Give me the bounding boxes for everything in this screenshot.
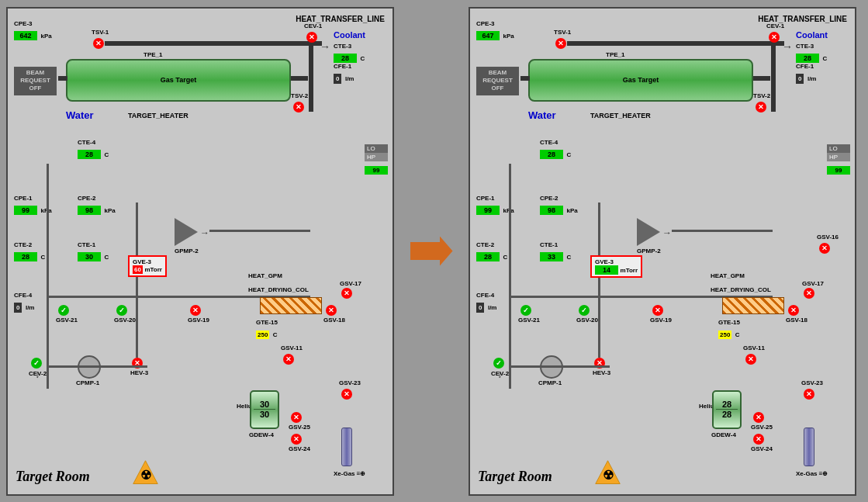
gve3-left-value: 60 xyxy=(133,265,143,274)
gsv20-right[interactable]: ✓ xyxy=(579,305,590,316)
gpmp2-right-group: GPMP-2 xyxy=(637,218,661,254)
gsv25-left[interactable]: ✕ xyxy=(291,412,302,423)
target-heater-right-label: TARGET_HEATER xyxy=(590,112,651,119)
tsv1-left[interactable]: ✕ xyxy=(93,38,104,49)
gsv23-right-label: GSV-23 xyxy=(801,379,823,386)
right-panel: HEAT_TRANSFER_LINE CPE-3 647 kPa ✕ TSV-1… xyxy=(469,7,856,496)
cte2-right-group: CTE-2 28 C xyxy=(476,241,507,262)
cev1-right[interactable]: ✕ xyxy=(769,32,780,43)
cte4-left-group: CTE-4 28 C xyxy=(78,139,109,160)
cev1-left-label: CEV-1 xyxy=(304,23,322,29)
coolant-right-label: Coolant xyxy=(796,30,828,40)
cev2-left[interactable]: ✓ xyxy=(31,358,42,369)
gsv23-left[interactable]: ✕ xyxy=(341,389,352,400)
cpe2-right-group: CPE-2 98 kPa xyxy=(540,195,578,216)
cpe3-left-value: 642 xyxy=(14,31,37,40)
cev2-arrow-right: ↓ xyxy=(497,369,502,380)
gsv20-left[interactable]: ✓ xyxy=(116,305,127,316)
gsv21-right[interactable]: ✓ xyxy=(520,305,531,316)
hev3-left-label: HEV-3 xyxy=(130,369,148,376)
gsv16-right-label: GSV-16 xyxy=(817,234,839,241)
gsv24-right[interactable]: ✕ xyxy=(753,434,764,445)
pipe-v-down-left xyxy=(47,327,49,389)
gsv19-right[interactable]: ✕ xyxy=(652,305,663,316)
cte1-right-group: CTE-1 33 C xyxy=(540,241,571,262)
gsv16-right[interactable]: ✕ xyxy=(819,243,830,254)
pipe-v-left2 xyxy=(136,203,138,358)
arrow-right-left: → xyxy=(320,40,330,53)
main-container: HEAT_TRANSFER_LINE CPE-3 642 kPa ✕ TSV-1… xyxy=(0,0,868,502)
gas-target-left: Gas Target xyxy=(66,59,291,102)
gsv23-right[interactable]: ✕ xyxy=(804,389,814,400)
pipe-gpmp-right-right xyxy=(672,230,773,232)
pipe-h-bottom-right xyxy=(509,365,610,368)
gsv20-left-label: GSV-20 xyxy=(114,317,136,324)
heat-drying-col-right-label: HEAT_DRYING_COL xyxy=(711,286,771,293)
small-cyl-left xyxy=(341,428,352,466)
gsv21-left[interactable]: ✓ xyxy=(58,305,69,316)
tsv2-left-label: TSV-2 xyxy=(291,92,308,99)
svg-text:☢: ☢ xyxy=(140,469,151,482)
svg-text:☢: ☢ xyxy=(603,469,614,482)
xe-gas-right-label: Xe-Gas ≡⊕ xyxy=(796,470,828,477)
cte3-left-group: CTE-3 28 C xyxy=(334,43,365,64)
water-right-label: Water xyxy=(528,109,556,121)
coolant-left-label: Coolant xyxy=(334,30,365,40)
gpmp2-arrow-right: → xyxy=(662,227,672,238)
hev3-right-label: HEV-3 xyxy=(593,369,610,376)
gsv18-left[interactable]: ✕ xyxy=(326,305,337,316)
gsv11-right-label: GSV-11 xyxy=(743,344,765,351)
cev2-right[interactable]: ✓ xyxy=(493,358,504,369)
cev2-arrow-left: ↓ xyxy=(35,369,40,380)
gsv11-left[interactable]: ✕ xyxy=(283,354,294,365)
gsv24-right-label: GSV-24 xyxy=(751,445,773,452)
target-room-left-label: Target Room xyxy=(16,469,90,485)
cpe3-left-group: CPE-3 642 kPa xyxy=(14,20,52,41)
heat-gpm-left-label: HEAT_GPM xyxy=(248,272,282,279)
gsv19-left-label: GSV-19 xyxy=(188,317,209,324)
tsv2-right[interactable]: ✕ xyxy=(756,102,766,113)
gsv24-left-label: GSV-24 xyxy=(289,445,310,452)
gsv11-right[interactable]: ✕ xyxy=(745,354,756,365)
gsv24-left[interactable]: ✕ xyxy=(291,434,302,445)
pipe-gt-right1 xyxy=(291,76,308,81)
tsv2-left[interactable]: ✕ xyxy=(293,102,304,113)
gsv18-right-label: GSV-18 xyxy=(786,317,807,324)
gsv17-right[interactable]: ✕ xyxy=(804,288,814,299)
helium-can-left: 30 30 xyxy=(250,390,279,429)
small-cyl-right xyxy=(804,428,814,466)
gsv17-right-label: GSV-17 xyxy=(802,280,824,287)
gve3-right-box: GVE-3 14 mTorr xyxy=(590,255,642,278)
cte1-left-group: CTE-1 30 C xyxy=(78,241,109,262)
pipe-gt-left1 xyxy=(58,76,67,81)
cte4-right-group: CTE-4 28 C xyxy=(540,139,571,160)
pipe-gt-right2 xyxy=(753,76,770,81)
lo-hp-left: LO HP 99 xyxy=(365,144,388,175)
cte2-left-group: CTE-2 28 C xyxy=(14,241,45,262)
tsv1-right-label: TSV-1 xyxy=(554,29,571,36)
pipe-top-left xyxy=(105,41,322,46)
pipe-v-right-right xyxy=(771,46,776,112)
xe-gas-left-label: Xe-Gas ≡⊕ xyxy=(334,470,365,477)
pipe-v-down-right xyxy=(509,327,511,389)
water-left-label: Water xyxy=(66,109,94,121)
gsv25-right[interactable]: ✕ xyxy=(753,412,764,423)
gve3-left-box: GVE-3 60 mTorr xyxy=(128,255,167,277)
cev1-right-label: CEV-1 xyxy=(766,23,784,29)
gte15-left-group: GTE-15 250 C xyxy=(256,319,278,340)
radiation-right: ☢ xyxy=(594,459,621,486)
gpmp2-left-group: GPMP-2 xyxy=(175,218,199,254)
target-heater-left-label: TARGET_HEATER xyxy=(128,112,188,119)
tsv1-left-label: TSV-1 xyxy=(92,29,109,36)
gsv19-left[interactable]: ✕ xyxy=(190,305,201,316)
heat-drying-col-left-label: HEAT_DRYING_COL xyxy=(248,286,309,293)
cev1-left[interactable]: ✕ xyxy=(306,32,317,43)
gsv18-right[interactable]: ✕ xyxy=(788,305,799,316)
cfe4-right-group: CFE-4 0 l/m xyxy=(476,292,496,313)
gve3-right-value: 14 xyxy=(595,265,618,275)
target-room-right-label: Target Room xyxy=(478,469,552,485)
cfe1-left-group: CFE-1 0 l/m xyxy=(334,63,354,84)
tsv1-right[interactable]: ✕ xyxy=(555,38,566,49)
gsv17-left[interactable]: ✕ xyxy=(341,288,352,299)
gsv25-left-label: GSV-25 xyxy=(289,424,310,431)
